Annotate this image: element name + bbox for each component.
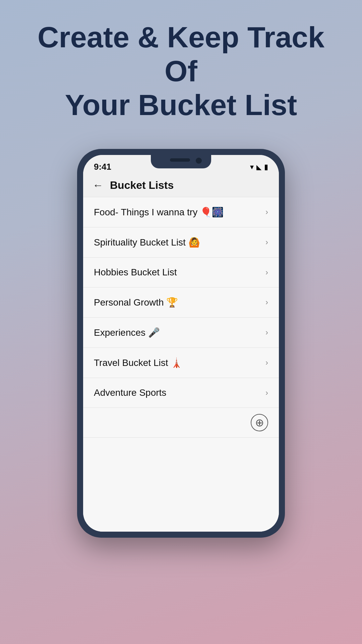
list-item[interactable]: Spirituality Bucket List 🙆 › (83, 227, 279, 258)
list-item-label: Travel Bucket List 🗼 (94, 357, 182, 368)
add-button-row: ⊕ (83, 408, 279, 438)
notch-speaker (170, 158, 190, 162)
headline-line1: Create & Keep Track Of (38, 20, 324, 88)
wifi-icon: ▾ (250, 163, 254, 171)
phone-outer: 9:41 ▾ ◣ ▮ ← Bucket Lists Food- Things (77, 149, 285, 538)
headline-line2: Your Bucket List (65, 88, 297, 121)
list-item[interactable]: Experiences 🎤 › (83, 318, 279, 348)
list-item[interactable]: Adventure Sports › (83, 378, 279, 408)
status-time: 9:41 (94, 162, 111, 172)
status-bar: 9:41 ▾ ◣ ▮ (83, 155, 279, 174)
list-item[interactable]: Hobbies Bucket List › (83, 258, 279, 287)
list-item[interactable]: Travel Bucket List 🗼 › (83, 348, 279, 378)
phone-screen: 9:41 ▾ ◣ ▮ ← Bucket Lists Food- Things (83, 155, 279, 532)
chevron-right-icon: › (265, 298, 268, 307)
headline: Create & Keep Track Of Your Bucket List (0, 20, 362, 122)
list-item[interactable]: Personal Growth 🏆 › (83, 287, 279, 318)
chevron-right-icon: › (265, 358, 268, 367)
notch (151, 155, 211, 168)
add-button[interactable]: ⊕ (251, 414, 268, 431)
chevron-right-icon: › (265, 237, 268, 247)
list-item-label: Food- Things I wanna try 🎈🎆 (94, 207, 224, 218)
chevron-right-icon: › (265, 207, 268, 217)
chevron-right-icon: › (265, 328, 268, 337)
chevron-right-icon: › (265, 388, 268, 397)
list-item[interactable]: Food- Things I wanna try 🎈🎆 › (83, 197, 279, 227)
battery-icon: ▮ (264, 163, 268, 171)
list-item-label: Experiences 🎤 (94, 327, 160, 338)
chevron-right-icon: › (265, 268, 268, 277)
app-header: ← Bucket Lists (83, 174, 279, 197)
list-item-label: Hobbies Bucket List (94, 267, 177, 278)
list-item-label: Personal Growth 🏆 (94, 297, 178, 308)
list-item-label: Spirituality Bucket List 🙆 (94, 237, 200, 248)
screen-title: Bucket Lists (110, 179, 174, 192)
notch-camera (196, 158, 202, 164)
status-icons: ▾ ◣ ▮ (250, 163, 268, 171)
list-container: Food- Things I wanna try 🎈🎆 › Spirituali… (83, 197, 279, 408)
empty-area (83, 438, 279, 532)
phone-wrapper: 9:41 ▾ ◣ ▮ ← Bucket Lists Food- Things (77, 149, 285, 538)
list-item-label: Adventure Sports (94, 387, 166, 398)
back-button[interactable]: ← (93, 179, 103, 192)
signal-icon: ◣ (256, 163, 261, 171)
